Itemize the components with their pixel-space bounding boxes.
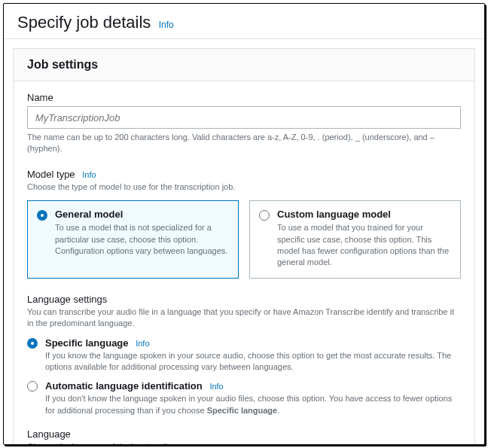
tile-desc: To use a model that is not specialized f…	[55, 222, 229, 257]
page-header: Specify job details Info	[4, 4, 484, 39]
auto-language-info-link[interactable]: Info	[209, 382, 223, 391]
name-label: Name	[27, 92, 461, 103]
radio-title-text: Automatic language identification	[45, 380, 203, 392]
panel-header: Job settings	[14, 49, 474, 81]
name-input[interactable]	[27, 106, 461, 129]
model-type-info-link[interactable]: Info	[82, 170, 96, 179]
language-settings-desc: You can transcribe your audio file in a …	[27, 306, 461, 330]
automatic-language-option[interactable]: Automatic language identification Info I…	[27, 380, 461, 416]
model-type-general-tile[interactable]: General model To use a model that is not…	[27, 200, 239, 279]
tile-title: Custom language model	[277, 209, 451, 220]
model-type-custom-tile[interactable]: Custom language model To use a model tha…	[249, 200, 461, 279]
model-type-label-text: Model type	[27, 169, 75, 180]
radio-icon	[27, 338, 38, 349]
language-settings-label: Language settings	[27, 294, 461, 305]
radio-icon	[27, 381, 38, 392]
language-desc: Choose the language of the input audio.	[27, 441, 461, 445]
model-type-desc: Choose the type of model to use for the …	[27, 181, 461, 193]
page-title: Specify job details	[17, 13, 151, 32]
page-title-info-link[interactable]: Info	[159, 20, 174, 30]
job-settings-panel: Job settings Name The name can be up to …	[13, 48, 475, 445]
language-label: Language	[27, 428, 461, 440]
radio-title-text: Specific language	[45, 337, 129, 349]
radio-desc: If you know the language spoken in your …	[45, 350, 461, 373]
radio-title: Automatic language identification Info	[45, 380, 461, 392]
tile-desc: To use a model that you trained for your…	[277, 222, 451, 269]
radio-icon	[259, 210, 270, 221]
radio-desc: If you don't know the language spoken in…	[45, 393, 461, 416]
radio-title: Specific language Info	[45, 337, 461, 349]
tile-title: General model	[55, 209, 229, 220]
panel-title: Job settings	[27, 58, 461, 72]
radio-icon	[37, 210, 47, 221]
name-hint: The name can be up to 200 characters lon…	[27, 132, 461, 155]
model-type-label: Model type Info	[27, 169, 461, 180]
specific-language-option[interactable]: Specific language Info If you know the l…	[27, 337, 461, 373]
specific-language-info-link[interactable]: Info	[136, 339, 149, 348]
